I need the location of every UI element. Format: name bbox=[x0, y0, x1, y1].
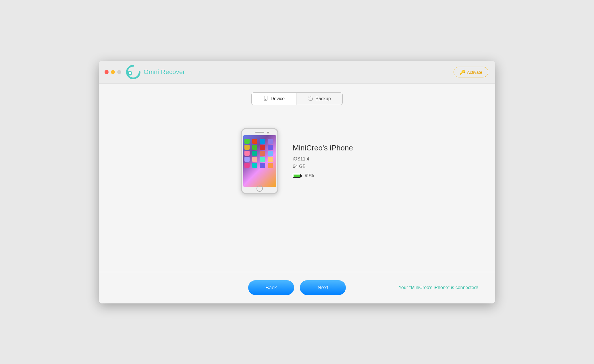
app-icon bbox=[268, 157, 273, 162]
close-button[interactable] bbox=[105, 70, 109, 74]
svg-point-2 bbox=[129, 72, 131, 74]
logo-text: Omni Recover bbox=[144, 68, 185, 76]
app-icon bbox=[252, 163, 257, 168]
device-area: MiniCreo's iPhone iOS11.4 64 GB 99% bbox=[241, 128, 353, 194]
battery-fill bbox=[294, 175, 300, 177]
tab-device-label: Device bbox=[271, 96, 285, 101]
home-button bbox=[256, 185, 263, 192]
app-icon bbox=[268, 139, 273, 144]
backup-tab-icon bbox=[308, 96, 313, 102]
device-ios: iOS11.4 bbox=[293, 156, 353, 162]
activate-button[interactable]: 🔑 Activate bbox=[454, 67, 488, 78]
device-battery: 99% bbox=[293, 173, 353, 178]
app-icon bbox=[260, 145, 265, 150]
app-icon bbox=[260, 163, 265, 168]
activate-label: Activate bbox=[467, 70, 482, 75]
app-icon bbox=[268, 151, 273, 156]
app-icon bbox=[244, 145, 250, 150]
app-icon bbox=[252, 139, 257, 144]
tab-backup[interactable]: Backup bbox=[296, 93, 342, 105]
title-bar: Omni Recover 🔑 Activate bbox=[99, 61, 495, 84]
logo-icon bbox=[126, 65, 141, 80]
app-icon bbox=[244, 139, 250, 144]
app-icon bbox=[260, 157, 265, 162]
phone-screen bbox=[243, 135, 276, 187]
main-content: Device Backup bbox=[99, 84, 495, 272]
window-controls bbox=[105, 70, 121, 74]
app-icon bbox=[260, 139, 265, 144]
device-storage: 64 GB bbox=[293, 164, 353, 169]
app-icon bbox=[252, 151, 257, 156]
app-icon bbox=[244, 151, 250, 156]
app-icon bbox=[244, 157, 250, 162]
app-icon bbox=[268, 145, 273, 150]
app-icon bbox=[252, 145, 257, 150]
device-name: MiniCreo's iPhone bbox=[293, 144, 353, 152]
camera bbox=[267, 132, 269, 133]
battery-percent: 99% bbox=[305, 173, 314, 178]
connection-status: Your "MiniCreo's iPhone" is connected! bbox=[399, 285, 478, 290]
app-icon bbox=[268, 163, 273, 168]
device-info: MiniCreo's iPhone iOS11.4 64 GB 99% bbox=[293, 144, 353, 178]
logo-area: Omni Recover bbox=[126, 65, 185, 80]
tab-backup-label: Backup bbox=[315, 96, 331, 101]
minimize-button[interactable] bbox=[111, 70, 115, 74]
app-icon bbox=[244, 163, 250, 168]
app-icon bbox=[252, 157, 257, 162]
tab-bar: Device Backup bbox=[251, 92, 342, 105]
next-button[interactable]: Next bbox=[300, 280, 346, 295]
tab-device[interactable]: Device bbox=[252, 93, 296, 105]
back-button[interactable]: Back bbox=[248, 280, 294, 295]
key-icon: 🔑 bbox=[460, 69, 465, 75]
battery-tip bbox=[301, 175, 302, 177]
device-illustration bbox=[241, 128, 278, 194]
speaker bbox=[255, 132, 264, 133]
bottom-bar: Back Next Your "MiniCreo's iPhone" is co… bbox=[99, 272, 495, 303]
app-icon bbox=[260, 151, 265, 156]
battery-icon bbox=[293, 174, 302, 178]
device-tab-icon bbox=[263, 96, 268, 102]
maximize-button[interactable] bbox=[117, 70, 121, 74]
app-window: Omni Recover 🔑 Activate Device bbox=[99, 61, 495, 303]
